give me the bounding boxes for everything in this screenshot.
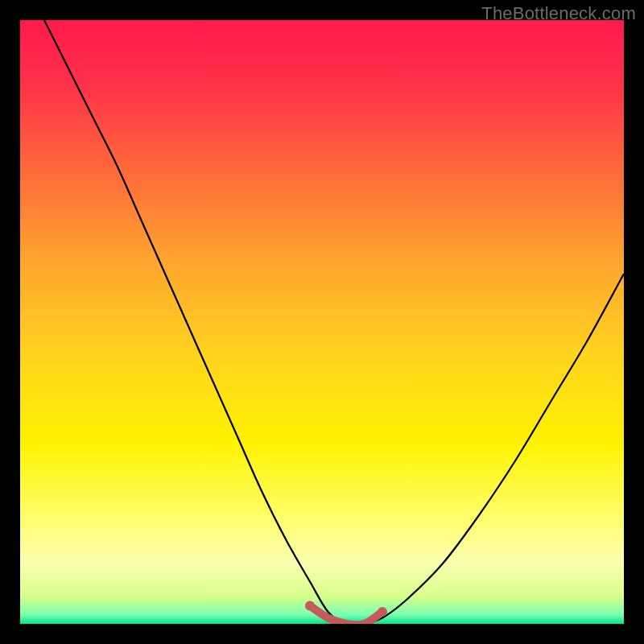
plot-area xyxy=(20,20,624,624)
highlight-dot-right xyxy=(378,607,387,617)
chart-container: TheBottleneck.com xyxy=(0,0,644,644)
gradient-background xyxy=(20,20,624,624)
highlight-dot-left xyxy=(305,601,315,611)
watermark-text: TheBottleneck.com xyxy=(481,3,636,24)
chart-canvas xyxy=(20,20,624,624)
